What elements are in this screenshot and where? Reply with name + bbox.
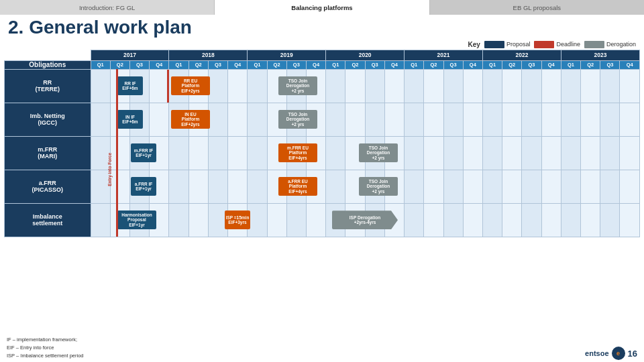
isp-text: ISP – Imbalance settlement period [7, 352, 84, 360]
afrr-label: a.FRR(PICASSO) [5, 170, 91, 203]
page-number: 16 [628, 349, 637, 359]
tab-eb[interactable]: EB GL proposals [430, 0, 644, 15]
rr-label: RR(TERRE) [5, 69, 91, 103]
year-2021: 2021 [405, 50, 483, 60]
year-2022: 2022 [482, 50, 561, 60]
main-grid: 2017 2018 2019 2020 2021 2022 2023 Oblig… [0, 50, 644, 335]
footer-legend: IF – implementation framework; EIF – Ent… [7, 336, 84, 360]
key-derogation: Derogation [584, 41, 636, 48]
year-2023: 2023 [561, 50, 639, 60]
tab-balancing[interactable]: Balancing platforms [215, 0, 429, 15]
key-label: Key [468, 41, 480, 48]
tab-introduction[interactable]: Introduction: FG GL [0, 0, 215, 15]
mfrr-label: m.FRR(MARI) [5, 136, 91, 170]
year-2017: 2017 [91, 50, 169, 60]
eif-text: EIF – Entry into force [7, 344, 84, 352]
year-2018: 2018 [169, 50, 248, 60]
entsoe-brand: entsoe [585, 349, 608, 357]
afrr-row: a.FRR(PICASSO) [5, 170, 640, 203]
key-legend: Key Proposal Deadline Derogation [0, 40, 644, 50]
key-deadline: Deadline [534, 41, 580, 48]
obligations-header: Obligations [5, 60, 91, 69]
footer-brand: entsoe e 16 [585, 347, 637, 360]
if-text: IF – implementation framework; [7, 336, 84, 344]
year-label-empty [5, 50, 91, 60]
imbalance-row: Imbalancesettlement [5, 203, 640, 237]
year-2019: 2019 [248, 50, 326, 60]
year-2020: 2020 [326, 50, 405, 60]
mfrr-row: m.FRR(MARI) [5, 136, 640, 170]
footer: IF – implementation framework; EIF – Ent… [0, 335, 644, 362]
entsoe-logo-icon: e [612, 347, 625, 360]
year-header-row: 2017 2018 2019 2020 2021 2022 2023 [5, 50, 640, 60]
quarter-header-row: Obligations Q1Q2Q3Q4 Q1Q2Q3Q4 Q1Q2Q3Q4 Q… [5, 60, 640, 69]
imb-label: Imb. Netting(IGCC) [5, 103, 91, 136]
header-tabs: Introduction: FG GL Balancing platforms … [0, 0, 644, 15]
imbalance-label: Imbalancesettlement [5, 203, 91, 237]
imb-row: Imb. Netting(IGCC) [5, 103, 640, 136]
page-title: 2. General work plan [0, 15, 644, 40]
rr-row: RR(TERRE) [5, 69, 640, 103]
key-proposal: Proposal [484, 41, 531, 48]
